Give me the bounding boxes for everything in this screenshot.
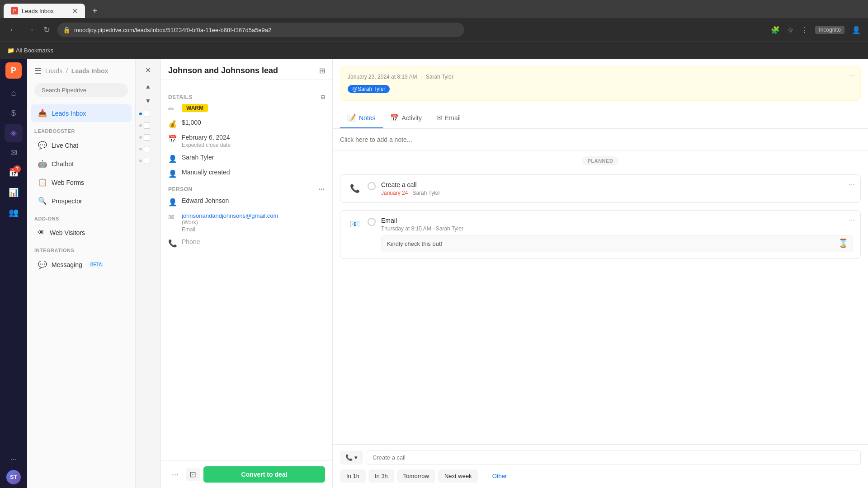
detail-archive-button[interactable]: ⊡: [186, 468, 200, 481]
activity-date-email: Thursday at 8:15 AM: [381, 225, 431, 232]
nav-search-wrap: [34, 83, 128, 97]
time-button-in3h[interactable]: In 3h: [368, 469, 394, 483]
icon-sidebar: P ⌂ $ ◈ ✉ 📅 7 📊 👥 ··· ST: [0, 59, 27, 488]
list-checkbox[interactable]: [144, 134, 150, 141]
activity-sep-email: ·: [433, 225, 436, 232]
email-hourglass-icon: ⌛: [838, 238, 848, 248]
messaging-icon: 💬: [38, 260, 47, 269]
address-bar[interactable]: 🔒 moodjoy.pipedrive.com/leads/inbox/51f2…: [57, 23, 464, 37]
time-button-tomorrow[interactable]: Tomorrow: [397, 469, 435, 483]
list-close-button[interactable]: ✕: [142, 62, 155, 78]
person-email[interactable]: johnsonandandjohnsons@gmail.com: [182, 212, 278, 219]
temperature-icon: ✏: [168, 105, 177, 113]
tab-label: Leads Inbox: [22, 8, 54, 14]
person-phone-row: 📞 Phone: [168, 238, 325, 248]
sidebar-icon-mail[interactable]: ✉: [5, 144, 23, 162]
source-value[interactable]: Manually created: [182, 169, 230, 176]
time-button-nextweek[interactable]: Next week: [438, 469, 478, 483]
owner-name[interactable]: Sarah Tyler: [182, 154, 214, 161]
sidebar-item-web-forms[interactable]: 📋 Web Forms: [31, 174, 132, 191]
sidebar-icon-reports[interactable]: 📊: [5, 183, 23, 202]
time-button-in1h[interactable]: In 1h: [340, 469, 366, 483]
tab-notes[interactable]: 📝 Notes: [340, 108, 383, 128]
note-input[interactable]: [340, 134, 861, 145]
sidebar-icon-deals[interactable]: $: [5, 104, 23, 122]
bookmarks-label[interactable]: 📁 All Bookmarks: [7, 47, 53, 54]
email-preview: Kindly check this out! ⌛: [381, 235, 853, 252]
extensions-icon[interactable]: 🧩: [771, 26, 780, 34]
lock-icon: 🔒: [63, 26, 71, 33]
detail-title: Johnson and Johnsons lead: [168, 66, 319, 75]
more-tools-icon[interactable]: ⋮: [801, 26, 808, 34]
forward-button[interactable]: →: [24, 23, 36, 37]
user-avatar-sidebar[interactable]: ST: [6, 470, 21, 484]
sidebar-icon-contacts[interactable]: 👥: [5, 203, 23, 221]
sidebar-icon-leads[interactable]: ◈: [5, 124, 23, 142]
detail-content: DETAILS ⊟ ✏ WARM 💰 $1,000 📅: [161, 80, 332, 260]
tab-email[interactable]: ✉ Email: [429, 108, 468, 128]
email-type: (Work): [182, 219, 325, 225]
nav-search-input[interactable]: [34, 83, 128, 97]
list-bullet: [139, 160, 142, 162]
owner-icon: 👤: [168, 155, 177, 163]
activity-check-email[interactable]: [368, 218, 376, 226]
sidebar-icon-home[interactable]: ⌂: [5, 84, 23, 102]
sidebar-icon-more[interactable]: ···: [5, 450, 23, 468]
activity-meta-email: Thursday at 8:15 AM · Sarah Tyler: [381, 225, 853, 232]
note-more-button[interactable]: ···: [849, 72, 855, 80]
sidebar-item-prospector[interactable]: 🔍 Prospector: [31, 192, 132, 210]
convert-to-deal-button[interactable]: Convert to deal: [203, 466, 325, 483]
details-filter-icon[interactable]: ⊟: [321, 94, 326, 100]
email-tab-label: Email: [445, 114, 461, 122]
list-nav-up[interactable]: ▲: [142, 80, 154, 93]
bookmark-icon[interactable]: ☆: [787, 26, 793, 34]
activity-info-email: Email Thursday at 8:15 AM · Sarah Tyler …: [381, 217, 853, 252]
list-checkbox[interactable]: [144, 158, 150, 164]
app-logo[interactable]: P: [5, 62, 22, 79]
tab-close-btn[interactable]: ✕: [72, 7, 78, 15]
person-more-button[interactable]: ···: [318, 185, 325, 193]
sidebar-item-messaging[interactable]: 💬 Messaging BETA: [31, 256, 132, 273]
back-button[interactable]: ←: [7, 23, 19, 37]
activity-meta-call: January 24 · Sarah Tyler: [381, 190, 853, 196]
sidebar-item-leads-inbox[interactable]: 📥 Leads Inbox: [31, 104, 132, 122]
detail-grid-button[interactable]: ⊞: [319, 66, 325, 75]
sidebar-item-chatbot[interactable]: 🤖 Chatbot: [31, 155, 132, 173]
nav-menu-button[interactable]: ☰: [34, 66, 42, 76]
activity-more-call[interactable]: ···: [849, 180, 855, 188]
list-item: [136, 121, 160, 131]
note-card: January 23, 2024 at 8:13 AM · Sarah Tyle…: [340, 66, 861, 101]
tab-activity[interactable]: 📅 Activity: [383, 108, 429, 128]
phone-placeholder[interactable]: Phone: [182, 238, 200, 245]
deal-value[interactable]: $1,000: [182, 119, 201, 126]
activity-input-row: 📞 ▾: [340, 450, 861, 465]
sidebar-item-web-visitors[interactable]: 👁 Web Visitors: [31, 224, 132, 241]
close-date[interactable]: February 6, 2024: [182, 134, 325, 141]
refresh-button[interactable]: ↻: [42, 23, 52, 37]
list-nav-down[interactable]: ▼: [142, 94, 154, 107]
activity-more-email[interactable]: ···: [849, 216, 855, 224]
activity-check-call[interactable]: [368, 182, 376, 190]
call-select-chevron: ▾: [354, 454, 358, 461]
detail-more-button[interactable]: ···: [168, 468, 182, 481]
person-name[interactable]: Edward Johnson: [182, 197, 229, 204]
incognito-badge: Incognito: [815, 26, 844, 34]
mention-tag[interactable]: @Sarah Tyler: [348, 85, 390, 93]
call-type-select[interactable]: 📞 ▾: [340, 450, 363, 465]
warm-badge[interactable]: WARM: [182, 104, 208, 112]
sidebar-item-live-chat[interactable]: 💬 Live Chat: [31, 136, 132, 154]
browser-tab[interactable]: P Leads Inbox ✕: [4, 4, 85, 18]
live-chat-label: Live Chat: [52, 142, 78, 149]
user-icon[interactable]: 👤: [852, 26, 861, 34]
list-bullet: [139, 148, 142, 150]
email-tab-icon: ✉: [436, 113, 442, 122]
url-text: moodjoy.pipedrive.com/leads/inbox/51f234…: [74, 27, 271, 33]
activity-card-call: 📞 Create a call January 24 · Sarah Tyler…: [340, 174, 861, 203]
new-tab-button[interactable]: +: [89, 4, 101, 18]
sidebar-icon-calendar[interactable]: 📅 7: [5, 164, 23, 182]
list-checkbox[interactable]: [144, 122, 150, 129]
list-checkbox[interactable]: [144, 111, 150, 117]
list-checkbox[interactable]: [144, 146, 150, 152]
time-button-other[interactable]: + Other: [481, 469, 514, 483]
activity-text-input[interactable]: [367, 450, 861, 465]
